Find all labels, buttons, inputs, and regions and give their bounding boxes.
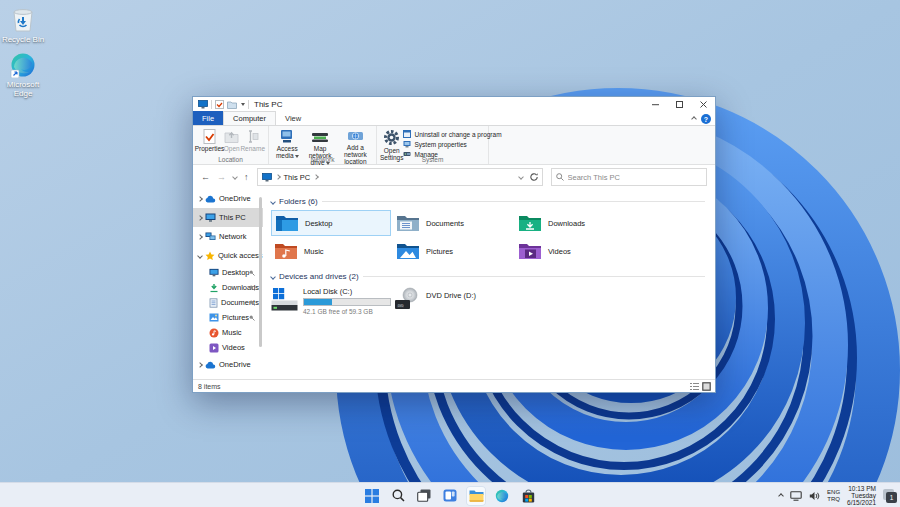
back-button[interactable]: ← xyxy=(201,172,210,182)
search-button[interactable] xyxy=(388,486,408,506)
new-folder-quick-icon[interactable] xyxy=(227,101,237,109)
folder-tile-downloads[interactable]: Downloads xyxy=(515,210,635,236)
folder-tile-videos[interactable]: Videos xyxy=(515,238,635,264)
expand-chevron-icon[interactable] xyxy=(197,234,203,240)
tray-overflow-icon[interactable] xyxy=(778,493,784,499)
details-view-button[interactable] xyxy=(690,382,699,391)
sidebar-item-pictures[interactable]: Pictures xyxy=(193,310,263,325)
day: Tuesday xyxy=(847,492,876,499)
folders-tiles: Desktop Documents Downloads xyxy=(271,210,715,266)
sidebar-item-music[interactable]: Music xyxy=(193,325,263,340)
rename-button[interactable]: Rename xyxy=(240,128,265,152)
drives-group-header[interactable]: Devices and drives (2) xyxy=(271,272,715,281)
file-explorer-window: This PC File Computer View ? xyxy=(192,96,716,393)
this-pc-breadcrumb-icon xyxy=(262,173,272,182)
network-icon[interactable] xyxy=(790,491,802,501)
ribbon-group-location: Properties Open Rename Location xyxy=(193,126,269,164)
breadcrumb[interactable]: This PC xyxy=(257,168,543,186)
volume-icon[interactable] xyxy=(809,491,820,501)
start-button[interactable] xyxy=(362,486,382,506)
system-properties-icon xyxy=(403,140,411,148)
map-drive-icon xyxy=(311,129,329,144)
folder-tile-pictures[interactable]: Pictures xyxy=(393,238,513,264)
expand-chevron-icon[interactable] xyxy=(197,196,203,202)
task-view-button[interactable] xyxy=(414,486,434,506)
breadcrumb-this-pc[interactable]: This PC xyxy=(284,173,311,182)
address-dropdown-icon[interactable] xyxy=(518,174,524,180)
maximize-button[interactable] xyxy=(667,97,691,112)
collapse-chevron-icon[interactable] xyxy=(197,253,203,259)
store-button[interactable] xyxy=(518,486,538,506)
folders-group-header[interactable]: Folders (6) xyxy=(271,197,715,206)
drive-tile-local-disk[interactable]: Local Disk (C:) 42.1 GB free of 59.3 GB xyxy=(271,287,391,315)
search-box[interactable] xyxy=(551,168,707,186)
quick-access-toolbar xyxy=(193,100,249,109)
sidebar-item-quick-access[interactable]: Quick access xyxy=(193,246,263,265)
svg-text:DVD: DVD xyxy=(398,304,404,308)
collapse-chevron-icon[interactable] xyxy=(270,199,276,205)
access-media-button[interactable]: Access media xyxy=(272,128,302,159)
task-view-icon xyxy=(417,489,431,502)
forward-button[interactable]: → xyxy=(217,172,226,182)
dvd-drive-icon: DVD xyxy=(393,287,421,311)
title-bar[interactable]: This PC xyxy=(193,97,715,112)
music-icon xyxy=(209,328,219,338)
desktop: Recycle Bin Microsoft Edge xyxy=(0,0,900,507)
content-pane: Folders (6) Desktop Documents xyxy=(263,189,715,379)
ribbon-group-network: Access media Map network drive xyxy=(269,126,377,164)
sidebar-item-videos[interactable]: Videos xyxy=(193,340,263,355)
sidebar-item-onedrive-2[interactable]: OneDrive xyxy=(193,355,263,374)
sidebar-item-this-pc[interactable]: This PC xyxy=(193,208,263,227)
pictures-folder-icon xyxy=(396,241,420,261)
sidebar-scrollbar[interactable] xyxy=(259,197,262,347)
tab-file[interactable]: File xyxy=(193,111,223,125)
edge-button[interactable] xyxy=(492,486,512,506)
notification-center-button[interactable]: 1 xyxy=(883,489,898,503)
up-button[interactable]: ↑ xyxy=(244,172,249,182)
help-icon[interactable]: ? xyxy=(701,114,711,124)
documents-icon xyxy=(209,298,218,308)
folder-tile-desktop[interactable]: Desktop xyxy=(271,210,391,236)
drive-tile-dvd[interactable]: DVD DVD Drive (D:) xyxy=(393,287,476,311)
uninstall-program-button[interactable]: Uninstall or change a program xyxy=(403,130,501,138)
close-button[interactable] xyxy=(691,97,715,112)
sidebar-item-downloads[interactable]: Downloads xyxy=(193,280,263,295)
folder-tile-documents[interactable]: Documents xyxy=(393,210,513,236)
sidebar-item-documents[interactable]: Documents xyxy=(193,295,263,310)
recent-locations-dropdown-icon[interactable] xyxy=(232,174,238,180)
drive-free-space: 42.1 GB free of 59.3 GB xyxy=(303,308,391,315)
disk-usage-bar xyxy=(303,298,391,306)
refresh-icon[interactable] xyxy=(529,172,539,182)
expand-chevron-icon[interactable] xyxy=(197,362,203,368)
sidebar-item-desktop[interactable]: Desktop xyxy=(193,265,263,280)
local-disk-icon xyxy=(271,287,298,311)
sidebar-item-onedrive[interactable]: OneDrive xyxy=(193,189,263,208)
search-icon xyxy=(556,173,564,181)
time: 10:13 PM xyxy=(847,485,876,492)
tab-view[interactable]: View xyxy=(276,111,310,125)
crumb-chevron-icon[interactable] xyxy=(275,174,281,180)
address-bar: ← → ↑ This PC xyxy=(193,165,715,189)
desktop-icon-label: Microsoft Edge xyxy=(0,80,46,98)
minimize-button[interactable] xyxy=(643,97,667,112)
open-button[interactable]: Open xyxy=(223,128,240,152)
language-indicator[interactable]: ENG TRQ xyxy=(827,489,840,502)
properties-quick-icon[interactable] xyxy=(215,100,224,109)
qat-customize-dropdown-icon[interactable] xyxy=(241,103,245,106)
desktop-icon-recycle-bin[interactable]: Recycle Bin xyxy=(0,5,46,44)
file-explorer-button[interactable] xyxy=(466,486,486,506)
folder-tile-music[interactable]: Music xyxy=(271,238,391,264)
system-properties-button[interactable]: System properties xyxy=(403,140,501,148)
search-input[interactable] xyxy=(568,173,688,182)
collapse-chevron-icon[interactable] xyxy=(270,274,276,280)
crumb-chevron-icon[interactable] xyxy=(313,174,319,180)
large-icons-view-button[interactable] xyxy=(702,382,711,391)
sidebar-item-network[interactable]: Network xyxy=(193,227,263,246)
expand-chevron-icon[interactable] xyxy=(197,215,203,221)
properties-button[interactable]: Properties xyxy=(196,128,223,152)
desktop-icon-edge[interactable]: Microsoft Edge xyxy=(0,52,46,98)
clock[interactable]: 10:13 PM Tuesday 6/15/2021 xyxy=(847,485,876,506)
widgets-button[interactable] xyxy=(440,486,460,506)
tab-computer[interactable]: Computer xyxy=(223,111,276,125)
minimize-ribbon-icon[interactable] xyxy=(691,116,697,122)
